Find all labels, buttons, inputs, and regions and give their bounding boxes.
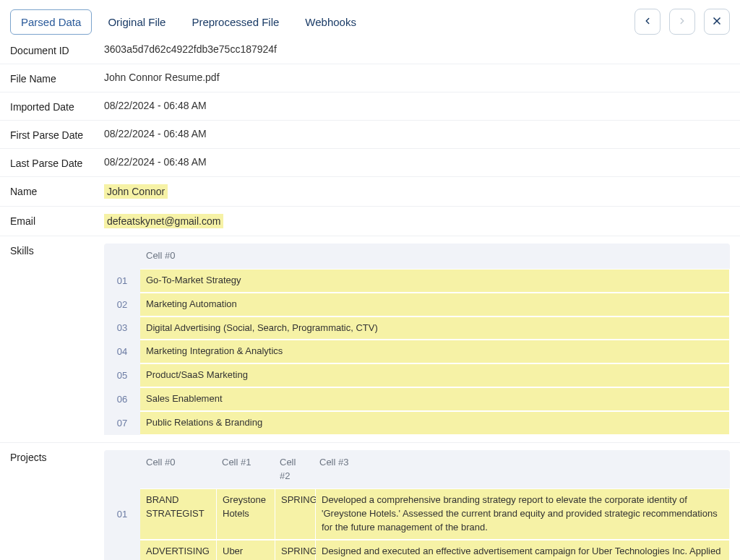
project-desc: Developed a comprehensive branding strat… xyxy=(316,489,729,539)
skill-cell: Sales Enablement xyxy=(140,388,729,410)
skill-cell: Public Relations & Branding xyxy=(140,412,729,434)
project-period: SPRING'16 xyxy=(275,489,315,539)
table-row: 02ADVERTISING CONSULTANTUber Technologie… xyxy=(104,540,730,560)
tab-original-file[interactable]: Original File xyxy=(98,10,176,34)
row-num: 01 xyxy=(104,269,140,293)
project-desc: Designed and executed an effective adver… xyxy=(316,540,729,560)
next-button[interactable] xyxy=(669,9,695,35)
label-projects: Projects xyxy=(10,450,95,463)
label-email: Email xyxy=(10,214,95,227)
table-row: 04Marketing Integration & Analytics xyxy=(104,340,730,363)
skill-cell: Product/SaaS Marketing xyxy=(140,364,729,387)
value-file-name: John Connor Resume.pdf xyxy=(104,72,730,83)
prev-button[interactable] xyxy=(634,9,661,35)
row-num: 05 xyxy=(104,363,140,387)
value-first-parse-date: 08/22/2024 - 06:48 AM xyxy=(104,128,730,139)
row-first-parse-date: First Parse Date 08/22/2024 - 06:48 AM xyxy=(0,121,740,149)
row-num: 04 xyxy=(104,340,140,363)
table-row: 01BRAND STRATEGISTGreystone HotelsSPRING… xyxy=(104,488,730,540)
project-period: SPRING'16 xyxy=(275,540,315,560)
projects-grid: Cell #0 Cell #1 Cell #2 Cell #3 01BRAND … xyxy=(104,450,730,560)
label-skills: Skills xyxy=(10,244,95,257)
row-num: 07 xyxy=(104,411,140,435)
projects-header-cell-2: Cell #2 xyxy=(274,450,314,489)
row-email: Email defeatskynet@gmail.com xyxy=(0,207,740,236)
project-role: ADVERTISING CONSULTANT xyxy=(140,540,216,560)
row-imported-date: Imported Date 08/22/2024 - 06:48 AM xyxy=(0,92,740,121)
row-num: 03 xyxy=(104,316,140,340)
tab-parsed-data[interactable]: Parsed Data xyxy=(10,9,92,35)
row-file-name: File Name John Connor Resume.pdf xyxy=(0,64,740,92)
label-last-parse-date: Last Parse Date xyxy=(10,156,95,169)
value-email: defeatskynet@gmail.com xyxy=(104,214,730,228)
skills-grid: Cell #0 01Go-To-Market Strategy02Marketi… xyxy=(104,244,730,435)
tab-webhooks[interactable]: Webhooks xyxy=(295,10,366,34)
label-imported-date: Imported Date xyxy=(10,100,95,113)
value-name: John Connor xyxy=(104,184,730,199)
close-button[interactable] xyxy=(704,9,730,35)
row-num: 02 xyxy=(104,293,140,316)
skill-cell: Marketing Automation xyxy=(140,293,729,316)
value-document-id: 3603a5d7d62c4922fdb3e75cc187924f xyxy=(104,43,730,55)
close-icon xyxy=(711,15,723,29)
table-row: 06Sales Enablement xyxy=(104,387,730,411)
row-projects: Projects Cell #0 Cell #1 Cell #2 Cell #3… xyxy=(0,443,740,560)
row-name: Name John Connor xyxy=(0,177,740,207)
skill-cell: Digital Advertising (Social, Search, Pro… xyxy=(140,317,729,340)
label-document-id: Document ID xyxy=(10,43,95,56)
skill-cell: Marketing Integration & Analytics xyxy=(140,340,729,363)
tab-preprocessed-file[interactable]: Preprocessed File xyxy=(181,10,289,34)
projects-header-cell-1: Cell #1 xyxy=(216,450,274,489)
row-document-id: Document ID 3603a5d7d62c4922fdb3e75cc187… xyxy=(0,36,740,64)
projects-header-cell-3: Cell #3 xyxy=(314,450,730,489)
project-company: Uber Technologies xyxy=(217,540,275,560)
value-last-parse-date: 08/22/2024 - 06:48 AM xyxy=(104,156,730,168)
skill-cell: Go-To-Market Strategy xyxy=(140,270,729,292)
row-num: 01 xyxy=(104,488,140,540)
project-role: BRAND STRATEGIST xyxy=(140,489,216,539)
table-row: 05Product/SaaS Marketing xyxy=(104,363,730,387)
row-skills: Skills Cell #0 01Go-To-Market Strategy02… xyxy=(0,236,740,443)
label-name: Name xyxy=(10,184,95,197)
row-num: 06 xyxy=(104,387,140,411)
chevron-right-icon xyxy=(677,16,687,28)
table-row: 07Public Relations & Branding xyxy=(104,411,730,435)
table-row: 02Marketing Automation xyxy=(104,293,730,316)
label-file-name: File Name xyxy=(10,72,95,85)
row-num: 02 xyxy=(104,540,140,560)
row-last-parse-date: Last Parse Date 08/22/2024 - 06:48 AM xyxy=(0,149,740,177)
project-company: Greystone Hotels xyxy=(217,489,275,539)
table-row: 03Digital Advertising (Social, Search, P… xyxy=(104,316,730,340)
skills-header-cell-0: Cell #0 xyxy=(140,244,730,269)
table-row: 01Go-To-Market Strategy xyxy=(104,269,730,293)
label-first-parse-date: First Parse Date xyxy=(10,128,95,141)
value-imported-date: 08/22/2024 - 06:48 AM xyxy=(104,100,730,111)
projects-header-cell-0: Cell #0 xyxy=(140,450,216,489)
tab-bar: Parsed Data Original File Preprocessed F… xyxy=(0,0,740,36)
chevron-left-icon xyxy=(642,16,653,28)
